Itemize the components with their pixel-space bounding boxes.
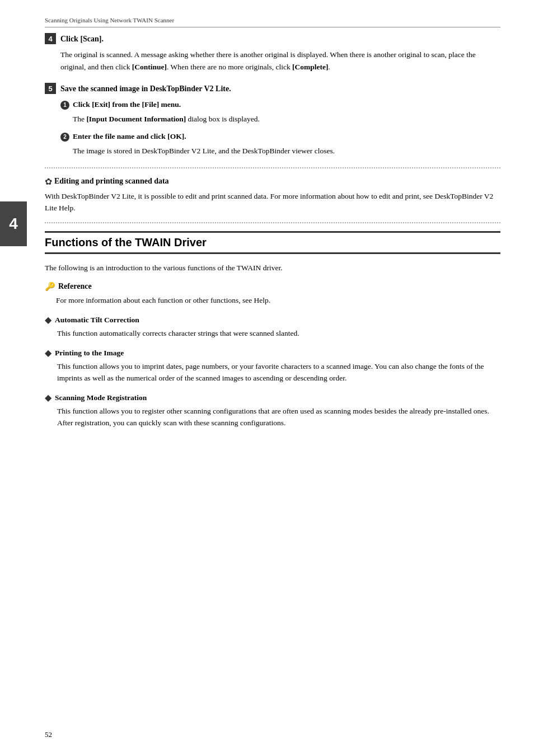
substep-1: 1 Click [Exit] from the [File] menu. The… [60, 98, 500, 125]
feature-3-body: This function allows you to register oth… [57, 405, 500, 429]
step-5-number-box: 5 [45, 83, 56, 94]
main-content: Scanning Originals Using Network TWAIN S… [45, 0, 500, 429]
reference-icon: 🔑 [45, 281, 55, 292]
step-5-block: 5 Save the scanned image in DeskTopBinde… [45, 83, 500, 157]
breadcrumb: Scanning Originals Using Network TWAIN S… [45, 17, 500, 27]
functions-section: Functions of the TWAIN Driver The follow… [45, 231, 500, 429]
tip-body: With DeskTopBinder V2 Lite, it is possib… [45, 190, 500, 214]
tip-title: Editing and printing scanned data [54, 177, 169, 186]
feature-item-1: ◆ Automatic Tilt Correction This functio… [45, 316, 500, 340]
dotted-divider-1 [45, 167, 500, 168]
feature-1-header: ◆ Automatic Tilt Correction [45, 316, 500, 325]
substep-1-body: The [Input Document Information] dialog … [73, 113, 500, 125]
step-5-title: Save the scanned image in DeskTopBinder … [60, 84, 231, 93]
substep-2-body: The image is stored in DeskTopBinder V2 … [73, 145, 500, 157]
reference-body: For more information about each function… [56, 294, 500, 307]
substep-1-number: 1 [60, 101, 69, 110]
step-4-body: The original is scanned. A message askin… [60, 49, 500, 73]
step-5-header: 5 Save the scanned image in DeskTopBinde… [45, 83, 500, 94]
feature-item-3: ◆ Scanning Mode Registration This functi… [45, 393, 500, 429]
substep-2: 2 Enter the file name and click [OK]. Th… [60, 130, 500, 157]
reference-header: 🔑 Reference [45, 281, 500, 292]
page-number: 52 [45, 730, 52, 739]
feature-2-header: ◆ Printing to the Image [45, 349, 500, 358]
feature-1-body: This function automatically corrects cha… [57, 327, 500, 340]
step-4-number-box: 4 [45, 33, 56, 44]
tip-header: ✿ Editing and printing scanned data [45, 176, 500, 187]
feature-2-body: This function allows you to imprint date… [57, 360, 500, 384]
step-4-header: 4 Click [Scan]. [45, 33, 500, 44]
diamond-bullet-2: ◆ [45, 349, 51, 358]
substep-2-header: 2 Enter the file name and click [OK]. [60, 130, 500, 143]
substep-2-number: 2 [60, 133, 69, 142]
feature-item-2: ◆ Printing to the Image This function al… [45, 349, 500, 384]
tip-icon: ✿ [45, 176, 52, 187]
tip-section: ✿ Editing and printing scanned data With… [45, 176, 500, 214]
feature-3-header: ◆ Scanning Mode Registration [45, 393, 500, 402]
feature-1-title: Automatic Tilt Correction [55, 316, 139, 325]
chapter-tab: 4 [0, 201, 27, 246]
step-4-block: 4 Click [Scan]. The original is scanned.… [45, 33, 500, 73]
feature-3-title: Scanning Mode Registration [55, 393, 147, 402]
reference-section: 🔑 Reference For more information about e… [45, 281, 500, 307]
functions-section-header: Functions of the TWAIN Driver [45, 231, 500, 254]
substep-2-title: Enter the file name and click [OK]. [73, 130, 186, 143]
reference-title: Reference [58, 282, 92, 291]
step-4-title: Click [Scan]. [60, 35, 104, 44]
substep-1-header: 1 Click [Exit] from the [File] menu. [60, 98, 500, 111]
page: 4 Scanning Originals Using Network TWAIN… [0, 0, 534, 756]
substep-1-title: Click [Exit] from the [File] menu. [73, 98, 181, 111]
diamond-bullet-1: ◆ [45, 316, 51, 325]
feature-2-title: Printing to the Image [55, 349, 124, 358]
step-5-body: 1 Click [Exit] from the [File] menu. The… [60, 98, 500, 157]
functions-title: Functions of the TWAIN Driver [45, 236, 207, 248]
dotted-divider-2 [45, 222, 500, 223]
chapter-tab-number: 4 [9, 215, 18, 233]
diamond-bullet-3: ◆ [45, 393, 51, 402]
functions-intro: The following is an introduction to the … [45, 262, 500, 274]
